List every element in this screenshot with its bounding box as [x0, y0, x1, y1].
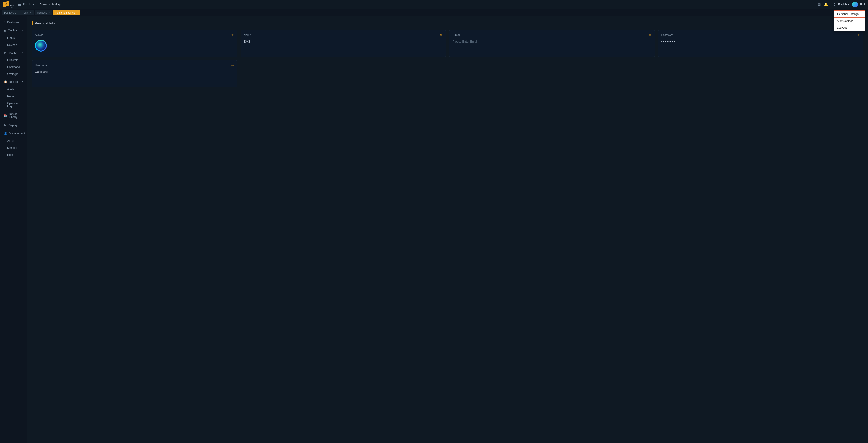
record-icon: 📋	[4, 80, 7, 84]
sidebar-record-label: Record	[9, 80, 20, 84]
email-card: E-mail ✏ Please Enter Email	[449, 30, 655, 57]
language-selector[interactable]: English ▾	[838, 3, 849, 6]
username-value: wangliang	[35, 70, 234, 73]
sidebar-alerts-label: Alerts	[7, 88, 14, 91]
avatar-card: Avatar ✏	[32, 30, 237, 57]
avatar-card-header: Avatar ✏	[35, 33, 234, 37]
sidebar-item-about[interactable]: About	[1, 138, 26, 144]
svg-text:REVO: REVO	[10, 6, 13, 8]
page-title: Personal Info	[35, 21, 55, 25]
topbar-left: MEGA REVO ☰ Dashboard / Personal Setting…	[3, 1, 61, 8]
password-card-header: Password ✏	[661, 33, 860, 37]
tab-plants-close[interactable]: ✕	[30, 11, 31, 14]
tab-message[interactable]: Message ✕	[35, 10, 52, 16]
tab-plants[interactable]: Plants ✕	[20, 10, 34, 16]
record-arrow-icon: ∧	[22, 81, 23, 83]
sidebar-device-library-label: Device Library	[9, 112, 23, 119]
user-name-label: EMS	[860, 3, 865, 6]
layout-icon[interactable]: ⊞	[818, 2, 821, 6]
sidebar-item-alerts[interactable]: Alerts	[1, 86, 26, 93]
user-dropdown: Personal Settings Alert Settings Log Out	[834, 10, 865, 31]
sidebar-devices-label: Devices	[7, 43, 17, 47]
dropdown-personal-settings[interactable]: Personal Settings	[834, 10, 865, 18]
password-card-label: Password	[661, 33, 673, 37]
sidebar-item-devices[interactable]: Devices	[1, 41, 26, 49]
username-card-header: Username ✏	[35, 63, 234, 67]
sidebar-operation-log-label: Operation Log	[7, 102, 23, 108]
email-value: Please Enter Email	[453, 40, 651, 43]
topbar-right: ⊞ 🔔 ⛶ English ▾ EMS Personal Settings Al…	[818, 2, 865, 7]
password-card: Password ✏ ••••••••	[658, 30, 864, 57]
main-layout: ⌂ Dashboard ◉ Monitor ∧ Plants Devices ◈…	[0, 16, 868, 443]
sidebar-item-report[interactable]: Report	[1, 93, 26, 100]
sidebar-product-label: Product	[8, 51, 20, 54]
avatar-circle	[35, 40, 47, 52]
sidebar-item-monitor[interactable]: ◉ Monitor ∧	[1, 26, 26, 34]
sidebar-item-device-library[interactable]: 📚 Device Library	[1, 110, 26, 121]
sidebar-item-dashboard[interactable]: ⌂ Dashboard	[1, 18, 26, 26]
avatar	[852, 2, 858, 7]
expand-icon[interactable]: ⛶	[831, 2, 835, 6]
management-icon: 👤	[4, 131, 7, 135]
monitor-arrow-icon: ∧	[22, 29, 23, 32]
sidebar-command-label: Command	[7, 66, 20, 69]
language-arrow-icon: ▾	[848, 3, 849, 6]
sidebar-plants-label: Plants	[7, 36, 15, 39]
svg-rect-0	[3, 2, 6, 4]
sidebar-management-label: Management	[9, 132, 25, 135]
product-icon: ◈	[4, 51, 6, 54]
password-edit-icon[interactable]: ✏	[858, 33, 860, 37]
dropdown-log-out[interactable]: Log Out	[834, 24, 865, 31]
username-edit-icon[interactable]: ✏	[231, 63, 234, 67]
breadcrumb-current: Personal Settings	[40, 3, 61, 6]
sidebar-strategic-label: Strategic	[7, 72, 18, 76]
sidebar-item-command[interactable]: Command	[1, 64, 26, 70]
tab-personal-settings[interactable]: Personal Settings ✕	[53, 10, 80, 16]
breadcrumb: Dashboard / Personal Settings	[23, 3, 61, 6]
language-label: English	[838, 3, 847, 6]
tab-message-close[interactable]: ✕	[48, 11, 50, 14]
sidebar-item-member[interactable]: Member	[1, 145, 26, 151]
tab-dashboard[interactable]: Dashboard	[2, 10, 19, 16]
product-arrow-icon: ∧	[22, 51, 23, 54]
name-card-header: Name ✏	[244, 33, 443, 37]
tab-personal-settings-close[interactable]: ✕	[76, 11, 78, 14]
email-card-header: E-mail ✏	[453, 33, 651, 37]
sidebar-item-strategic[interactable]: Strategic	[1, 71, 26, 78]
sidebar-item-role[interactable]: Role	[1, 151, 26, 158]
sidebar-item-operation-log[interactable]: Operation Log	[1, 100, 26, 110]
svg-text:MEGA: MEGA	[10, 5, 13, 6]
sidebar-item-firmware[interactable]: Firmware	[1, 57, 26, 63]
email-edit-icon[interactable]: ✏	[649, 33, 651, 37]
password-value: ••••••••	[661, 40, 860, 43]
sidebar-item-display[interactable]: 🖥 Display	[1, 121, 26, 129]
bell-icon[interactable]: 🔔	[824, 2, 828, 6]
topbar: MEGA REVO ☰ Dashboard / Personal Setting…	[0, 0, 868, 9]
page-title-bar: Personal Info	[32, 21, 864, 25]
sidebar-about-label: About	[7, 139, 14, 143]
svg-rect-3	[6, 4, 9, 6]
sidebar-report-label: Report	[7, 95, 16, 98]
avatar-edit-icon[interactable]: ✏	[231, 33, 234, 37]
sidebar-member-label: Member	[7, 146, 17, 149]
sidebar-item-management[interactable]: 👤 Management ∧	[1, 129, 26, 137]
monitor-icon: ◉	[4, 29, 6, 32]
page-title-accent	[32, 21, 33, 25]
tabbar: Dashboard Plants ✕ Message ✕ Personal Se…	[0, 9, 868, 16]
info-cards-row-1: Avatar ✏ Name ✏ EMS	[32, 30, 864, 57]
sidebar-item-plants[interactable]: Plants	[1, 35, 26, 41]
name-edit-icon[interactable]: ✏	[440, 33, 442, 37]
breadcrumb-parent[interactable]: Dashboard	[23, 3, 36, 6]
svg-rect-2	[3, 5, 6, 7]
user-menu-trigger[interactable]: EMS	[852, 2, 865, 7]
sidebar-item-product[interactable]: ◈ Product ∧	[1, 49, 26, 57]
sidebar-display-label: Display	[8, 124, 23, 127]
tab-message-label: Message	[37, 11, 47, 14]
sidebar: ⌂ Dashboard ◉ Monitor ∧ Plants Devices ◈…	[0, 16, 27, 443]
dropdown-alert-settings[interactable]: Alert Settings	[834, 18, 865, 24]
breadcrumb-separator: /	[38, 3, 38, 6]
content-area: Personal Info Avatar ✏ Name	[27, 16, 868, 443]
display-icon: 🖥	[4, 123, 6, 127]
hamburger-icon[interactable]: ☰	[18, 2, 21, 6]
sidebar-item-record[interactable]: 📋 Record ∧	[1, 78, 26, 86]
